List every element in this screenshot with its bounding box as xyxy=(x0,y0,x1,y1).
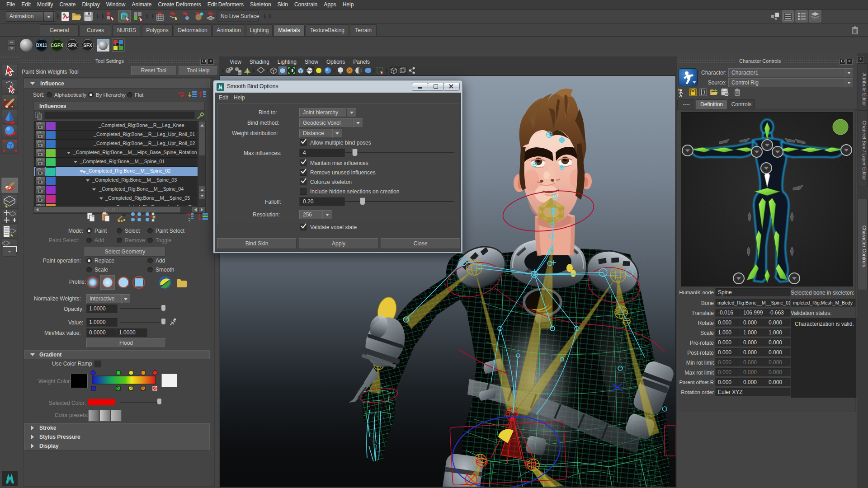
svg-text:No Live Surface: No Live Surface xyxy=(221,13,259,19)
svg-text:SFX: SFX xyxy=(68,43,77,48)
svg-text:DX11: DX11 xyxy=(36,43,47,48)
svg-text:CGFX: CGFX xyxy=(51,43,63,48)
svg-text:SFX: SFX xyxy=(83,43,92,48)
